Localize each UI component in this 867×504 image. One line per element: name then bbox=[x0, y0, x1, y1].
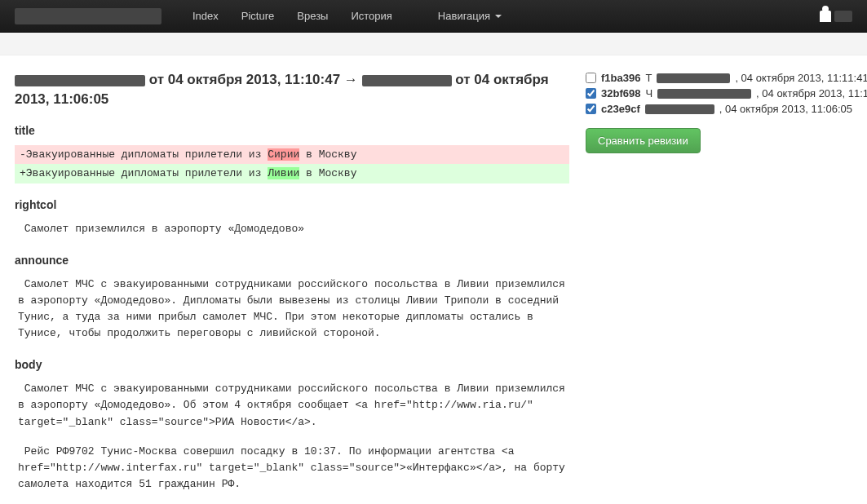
page-title: от 04 октября 2013, 11:10:47 → от 04 окт… bbox=[15, 70, 569, 109]
heading-prefix-to: от bbox=[452, 72, 475, 87]
nav-index[interactable]: Index bbox=[181, 10, 230, 22]
revision-author-initial: Ч bbox=[645, 87, 652, 99]
nav-history[interactable]: История bbox=[339, 10, 403, 22]
heading-arrow: → bbox=[340, 72, 361, 87]
revision-author-initial: Т bbox=[645, 72, 652, 84]
revision-hash[interactable]: 32bf698 bbox=[601, 87, 640, 99]
heading-prefix-from: от bbox=[145, 72, 168, 87]
revision-item: 32bf698 Ч, 04 октября 2013, 11:10:47 bbox=[586, 86, 867, 101]
body-text-p1: Самолет МЧС с эвакуированными сотрудника… bbox=[15, 379, 569, 431]
sub-toolbar bbox=[0, 33, 867, 55]
diff-line-added: +Эвакуированные дипломаты прилетели из Л… bbox=[15, 164, 569, 183]
navbar: Index Picture Врезы История Навигация bbox=[0, 0, 867, 33]
nav-picture[interactable]: Picture bbox=[230, 10, 285, 22]
section-announce: announce bbox=[15, 254, 569, 267]
nav-vrezy[interactable]: Врезы bbox=[285, 10, 339, 22]
section-rightcol: rightcol bbox=[15, 198, 569, 211]
chevron-down-icon bbox=[495, 15, 502, 18]
nav-dropdown-label: Навигация bbox=[438, 10, 490, 22]
body-text-p2: Рейс РФ9702 Тунис-Москва совершил посадк… bbox=[15, 442, 569, 494]
user-icon bbox=[820, 11, 831, 22]
revision-author-redacted bbox=[657, 89, 751, 99]
revision-checkbox[interactable] bbox=[586, 104, 596, 114]
author-redacted-to bbox=[362, 75, 452, 86]
revision-checkbox[interactable] bbox=[586, 88, 596, 99]
main-content: от 04 октября 2013, 11:10:47 → от 04 окт… bbox=[15, 70, 569, 494]
nav-dropdown-navigation[interactable]: Навигация bbox=[427, 10, 513, 22]
heading-date-from: 04 октября 2013, 11:10:47 bbox=[168, 72, 340, 87]
diff-word-added: Ливии bbox=[268, 167, 299, 179]
diff-title: -Эвакуированные дипломаты прилетели из С… bbox=[15, 145, 569, 183]
diff-line-deleted: -Эвакуированные дипломаты прилетели из С… bbox=[15, 145, 569, 165]
revision-hash[interactable]: c23e9cf bbox=[601, 103, 640, 115]
rightcol-text: Самолет приземлился в аэропорту «Домодед… bbox=[15, 219, 569, 239]
sidebar-revisions: f1ba396 Т, 04 октября 2013, 11:11:4132bf… bbox=[586, 70, 867, 494]
revision-item: f1ba396 Т, 04 октября 2013, 11:11:41 bbox=[586, 70, 867, 86]
author-redacted-from bbox=[15, 75, 145, 86]
brand-logo[interactable] bbox=[15, 8, 161, 24]
diff-word-deleted: Сирии bbox=[268, 148, 299, 161]
section-title: title bbox=[15, 124, 569, 137]
compare-revisions-button[interactable]: Сравнить ревизии bbox=[586, 128, 701, 153]
revision-checkbox[interactable] bbox=[586, 73, 596, 83]
user-name-redacted bbox=[834, 11, 852, 22]
section-body: body bbox=[15, 358, 569, 371]
revision-author-redacted bbox=[657, 73, 730, 83]
revision-date: , 04 октября 2013, 11:11:41 bbox=[735, 72, 867, 84]
revision-item: c23e9cf, 04 октября 2013, 11:06:05 bbox=[586, 101, 867, 117]
revision-hash[interactable]: f1ba396 bbox=[601, 72, 640, 84]
revision-date: , 04 октября 2013, 11:10:47 bbox=[756, 87, 867, 99]
announce-text: Самолет МЧС с эвакуированными сотрудника… bbox=[15, 275, 569, 344]
user-menu[interactable] bbox=[820, 11, 852, 22]
revision-author-redacted bbox=[645, 104, 714, 114]
revision-date: , 04 октября 2013, 11:06:05 bbox=[719, 103, 852, 115]
